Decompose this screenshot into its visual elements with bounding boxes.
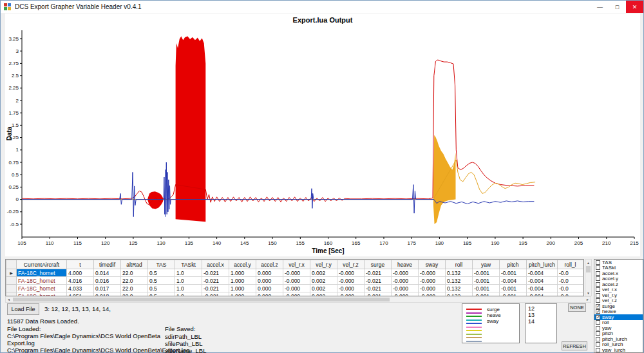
vertical-scrollbar-thumb[interactable] [586, 266, 591, 272]
row-selector[interactable]: ▶ [6, 269, 17, 277]
cell[interactable]: -0.000 [337, 277, 365, 285]
cell[interactable]: -0.004 [527, 285, 558, 292]
cell[interactable]: 0.132 [446, 269, 473, 277]
data-table[interactable]: CurrentAircraftttimedifaltRadTASTASktacc… [5, 259, 584, 296]
cell[interactable]: -0.001 [473, 277, 500, 285]
cell[interactable]: 1.000 [229, 285, 256, 292]
variable-item-accel.y[interactable]: accel.y [594, 276, 643, 282]
checkbox[interactable] [596, 337, 600, 341]
cell[interactable]: 1.0 [175, 285, 202, 292]
variable-checkbox-list[interactable]: TASTASktaccel.xaccel.yaccel.zvel_r.xvel_… [594, 259, 643, 353]
cell[interactable]: -0.000 [337, 269, 365, 277]
variable-item-accel.z[interactable]: accel.z [594, 281, 643, 287]
variable-item-roll_lurch[interactable]: roll_lurch [594, 342, 643, 348]
cell[interactable]: -0.001 [500, 269, 527, 277]
column-header-vel_r.z[interactable]: vel_r.z [337, 260, 365, 269]
series-legend[interactable]: surgeheavesway [462, 303, 520, 343]
cell[interactable]: 0.016 [94, 277, 121, 285]
checkbox[interactable] [596, 348, 600, 352]
cell[interactable]: 1.000 [229, 269, 256, 277]
checkbox[interactable]: ✓ [596, 309, 600, 314]
cell[interactable]: -0.000 [392, 269, 419, 277]
column-header-pitch_lurch[interactable]: pitch_lurch [527, 260, 558, 269]
column-header-roll[interactable]: roll [446, 260, 473, 269]
variable-item-accel.x[interactable]: accel.x [594, 271, 643, 276]
column-header-roll_l[interactable]: roll_l [558, 260, 583, 269]
column-header-yaw[interactable]: yaw [473, 260, 500, 269]
number-list-item[interactable]: 12 [528, 305, 554, 312]
cell[interactable]: -0.004 [527, 277, 558, 285]
horizontal-scrollbar-thumb[interactable] [13, 298, 390, 301]
column-header-TAS[interactable]: TAS [148, 260, 175, 269]
column-header-pitch[interactable]: pitch [500, 260, 527, 269]
column-header-accel.x[interactable]: accel.x [202, 260, 229, 269]
variable-item-TASkt[interactable]: TASkt [594, 265, 643, 271]
cell[interactable]: 4.000 [67, 269, 94, 277]
column-header-altRad[interactable]: altRad [121, 260, 148, 269]
cell[interactable]: -0.004 [500, 277, 527, 285]
table-horizontal-scrollbar[interactable]: ◄ ► [5, 296, 591, 303]
cell[interactable]: 0.5 [148, 269, 175, 277]
cell[interactable]: 1.000 [229, 277, 256, 285]
cell[interactable]: FA-18C_hornet [17, 277, 67, 285]
close-button[interactable]: ✕ [626, 1, 643, 13]
cell[interactable]: 1.0 [175, 277, 202, 285]
cell[interactable]: 22.0 [121, 269, 148, 277]
variable-item-heave[interactable]: ✓heave [594, 309, 643, 315]
number-list-item[interactable]: 14 [528, 318, 554, 325]
checkbox[interactable] [596, 265, 600, 270]
cell[interactable]: -0.0 [558, 277, 583, 285]
variable-item-TAS[interactable]: TAS [594, 260, 643, 265]
cell[interactable]: -0.000 [419, 285, 446, 292]
cell[interactable]: -0.021 [365, 285, 392, 292]
load-file-button[interactable]: Load File [7, 303, 39, 315]
column-header-t[interactable]: t [67, 260, 94, 269]
cell[interactable]: -0.000 [337, 285, 365, 292]
checkbox[interactable] [596, 342, 600, 347]
cell[interactable]: -0.021 [365, 277, 392, 285]
checkbox[interactable] [596, 260, 600, 265]
cell[interactable]: -0.000 [283, 277, 310, 285]
column-header-accel.y[interactable]: accel.y [229, 260, 256, 269]
column-header-vel_r.x[interactable]: vel_r.x [283, 260, 310, 269]
cell[interactable]: 1.0 [175, 269, 202, 277]
cell[interactable]: 0.000 [256, 269, 283, 277]
cell[interactable]: 22.0 [121, 285, 148, 292]
table-vertical-scrollbar[interactable]: ▲ ▼ [585, 259, 592, 296]
cell[interactable]: FA-18C_hornet [17, 269, 67, 277]
column-header-timedif[interactable]: timedif [94, 260, 121, 269]
cell[interactable]: -0.000 [392, 285, 419, 292]
row-header-corner[interactable] [6, 260, 17, 269]
checkbox[interactable] [596, 282, 600, 287]
column-header-CurrentAircraft[interactable]: CurrentAircraft [17, 260, 67, 269]
cell[interactable]: 0.5 [148, 285, 175, 292]
column-header-vel_r.y[interactable]: vel_r.y [310, 260, 337, 269]
column-header-TASkt[interactable]: TASkt [175, 260, 202, 269]
cell[interactable]: FA-18C_hornet [17, 285, 67, 292]
cell[interactable]: -0.021 [202, 277, 229, 285]
minimize-button[interactable]: — [591, 1, 609, 13]
variable-item-surge[interactable]: ✓surge [594, 303, 643, 309]
cell[interactable]: -0.000 [419, 269, 446, 277]
cell[interactable]: 0.132 [446, 285, 473, 292]
checkbox[interactable] [596, 293, 600, 298]
variable-item-roll[interactable]: roll [594, 320, 643, 326]
cell[interactable]: -0.0 [558, 285, 583, 292]
cell[interactable]: 0.000 [256, 277, 283, 285]
checkbox[interactable] [596, 298, 600, 303]
scroll-up-icon[interactable]: ▲ [585, 260, 591, 265]
cell[interactable]: -0.001 [473, 269, 500, 277]
cell[interactable]: 0.002 [310, 277, 337, 285]
column-header-surge[interactable]: surge [365, 260, 392, 269]
column-header-heave[interactable]: heave [392, 260, 419, 269]
cell[interactable]: -0.021 [202, 269, 229, 277]
cell[interactable]: -0.0 [558, 269, 583, 277]
cell[interactable]: 0.5 [148, 277, 175, 285]
cell[interactable]: -0.021 [365, 269, 392, 277]
cell[interactable]: -0.001 [500, 285, 527, 292]
variable-item-pitch_lurch[interactable]: pitch_lurch [594, 336, 643, 342]
cell[interactable]: -0.004 [527, 269, 558, 277]
column-index-list[interactable]: 121314 [525, 303, 557, 343]
number-list-item[interactable]: 13 [528, 312, 554, 318]
variable-item-yaw[interactable]: yaw [594, 325, 643, 331]
